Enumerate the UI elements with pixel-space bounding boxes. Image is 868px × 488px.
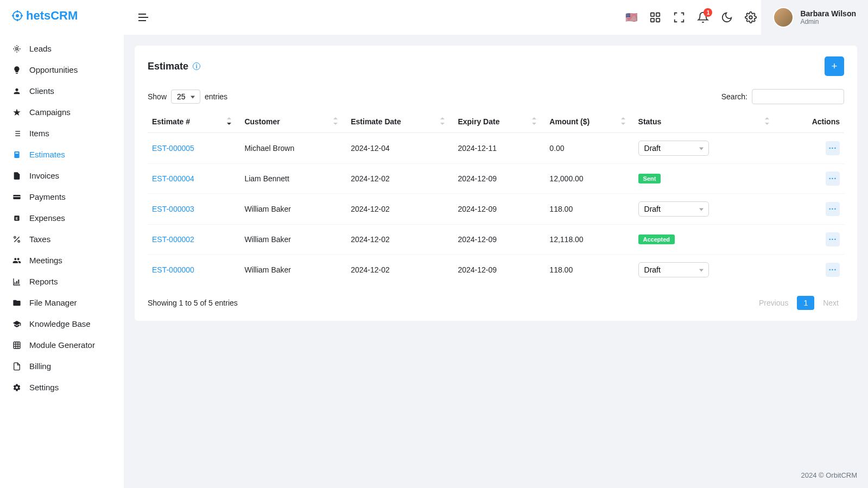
sidebar-item-meetings[interactable]: Meetings bbox=[0, 250, 124, 271]
nav-label: Meetings bbox=[29, 256, 62, 265]
nav-icon: E bbox=[12, 214, 22, 223]
nav-label: Campaigns bbox=[29, 107, 71, 117]
svg-rect-23 bbox=[651, 13, 654, 16]
cell-customer: William Baker bbox=[240, 194, 346, 225]
svg-point-2 bbox=[16, 48, 18, 50]
cell-date: 2024-12-02 bbox=[346, 164, 453, 194]
pagination-page-1[interactable]: 1 bbox=[797, 296, 814, 310]
cell-amount: 118.00 bbox=[545, 194, 633, 225]
svg-point-16 bbox=[14, 236, 16, 238]
user-menu[interactable]: Barbara Wilson Admin bbox=[761, 0, 868, 35]
nav-icon bbox=[12, 87, 22, 96]
cell-date: 2024-12-02 bbox=[346, 255, 453, 286]
notifications-bell-icon[interactable]: 1 bbox=[697, 11, 709, 23]
notification-badge: 1 bbox=[704, 8, 712, 17]
col-customer[interactable]: Customer bbox=[240, 111, 346, 133]
nav-icon bbox=[12, 256, 22, 265]
sidebar-item-taxes[interactable]: Taxes bbox=[0, 229, 124, 250]
row-actions-button[interactable]: ··· bbox=[826, 172, 840, 186]
col-amount[interactable]: Amount ($) bbox=[545, 111, 633, 133]
sidebar-item-clients[interactable]: Clients bbox=[0, 80, 124, 102]
nav-label: Taxes bbox=[29, 235, 50, 244]
row-actions-button[interactable]: ··· bbox=[826, 232, 840, 246]
nav-label: Module Generator bbox=[29, 340, 95, 350]
info-icon[interactable]: i bbox=[193, 62, 200, 70]
col-estimate-date[interactable]: Estimate Date bbox=[346, 111, 453, 133]
cell-expiry: 2024-12-09 bbox=[453, 255, 545, 286]
brand-logo[interactable]: hetsCRM bbox=[0, 0, 124, 34]
sidebar-item-invoices[interactable]: Invoices bbox=[0, 165, 124, 186]
settings-gear-icon[interactable] bbox=[745, 11, 757, 23]
cell-amount: 12,000.00 bbox=[545, 164, 633, 194]
svg-rect-26 bbox=[656, 18, 660, 22]
sidebar-item-leads[interactable]: Leads bbox=[0, 38, 124, 59]
nav-icon bbox=[12, 320, 22, 328]
sidebar-item-payments[interactable]: Payments bbox=[0, 186, 124, 207]
dark-mode-icon[interactable] bbox=[721, 11, 733, 23]
status-select[interactable]: Draft bbox=[638, 141, 709, 156]
nav-icon bbox=[12, 172, 22, 180]
col-expiry-date[interactable]: Expiry Date bbox=[453, 111, 545, 133]
row-actions-button[interactable]: ··· bbox=[826, 263, 840, 277]
sidebar-item-module-generator[interactable]: Module Generator bbox=[0, 334, 124, 356]
svg-rect-18 bbox=[14, 342, 20, 348]
sidebar-item-items[interactable]: Items bbox=[0, 123, 124, 144]
menu-toggle-icon[interactable] bbox=[137, 11, 150, 24]
cell-date: 2024-12-04 bbox=[346, 133, 453, 164]
pagination-previous[interactable]: Previous bbox=[753, 296, 794, 310]
sidebar-item-expenses[interactable]: EExpenses bbox=[0, 207, 124, 229]
sidebar-item-opportunities[interactable]: Opportunities bbox=[0, 59, 124, 80]
svg-rect-10 bbox=[15, 153, 18, 154]
estimate-link[interactable]: EST-000000 bbox=[152, 265, 194, 274]
cell-customer: William Baker bbox=[240, 225, 346, 255]
nav-label: Payments bbox=[29, 192, 66, 201]
nav-label: File Manager bbox=[29, 298, 77, 307]
nav-icon bbox=[12, 150, 22, 159]
estimate-link[interactable]: EST-000004 bbox=[152, 174, 194, 183]
status-select[interactable]: Draft bbox=[638, 262, 709, 277]
estimate-link[interactable]: EST-000005 bbox=[152, 144, 194, 153]
col-estimate-no[interactable]: Estimate # bbox=[148, 111, 240, 133]
sidebar-nav: LeadsOpportunitiesClientsCampaignsItemsE… bbox=[0, 34, 124, 488]
svg-line-15 bbox=[14, 237, 19, 242]
row-actions-button[interactable]: ··· bbox=[826, 141, 840, 155]
status-badge: Sent bbox=[638, 174, 661, 183]
page-footer: 2024 © OrbitCRM bbox=[124, 467, 868, 488]
table-row: EST-000005Michael Brown2024-12-042024-12… bbox=[148, 133, 844, 164]
nav-label: Settings bbox=[29, 383, 59, 392]
sidebar-item-estimates[interactable]: Estimates bbox=[0, 144, 124, 165]
status-badge: Accepted bbox=[638, 235, 675, 244]
row-actions-button[interactable]: ··· bbox=[826, 202, 840, 216]
nav-label: Reports bbox=[29, 277, 58, 286]
cell-customer: William Baker bbox=[240, 255, 346, 286]
cell-expiry: 2024-12-09 bbox=[453, 164, 545, 194]
sidebar-item-campaigns[interactable]: Campaigns bbox=[0, 102, 124, 123]
language-flag-icon[interactable]: 🇺🇸 bbox=[625, 11, 637, 23]
sidebar-item-settings[interactable]: Settings bbox=[0, 377, 124, 398]
table-row: EST-000000William Baker2024-12-022024-12… bbox=[148, 255, 844, 286]
sidebar-item-knowledge-base[interactable]: Knowledge Base bbox=[0, 313, 124, 334]
entries-select[interactable]: 25 bbox=[171, 90, 200, 104]
show-label: Show bbox=[148, 92, 167, 101]
apps-grid-icon[interactable] bbox=[649, 11, 661, 23]
estimate-link[interactable]: EST-000002 bbox=[152, 235, 194, 244]
nav-icon bbox=[12, 193, 22, 201]
sidebar-item-file-manager[interactable]: File Manager bbox=[0, 292, 124, 313]
pagination-next[interactable]: Next bbox=[818, 296, 844, 310]
sidebar: hetsCRM LeadsOpportunitiesClientsCampaig… bbox=[0, 0, 124, 488]
cell-amount: 12,118.00 bbox=[545, 225, 633, 255]
sidebar-item-billing[interactable]: Billing bbox=[0, 356, 124, 377]
topbar: 🇺🇸 1 Barbara Wilson Admin bbox=[124, 0, 868, 35]
cell-expiry: 2024-12-09 bbox=[453, 194, 545, 225]
svg-rect-12 bbox=[13, 196, 20, 197]
sidebar-item-reports[interactable]: Reports bbox=[0, 271, 124, 292]
estimate-link[interactable]: EST-000003 bbox=[152, 205, 194, 213]
status-select[interactable]: Draft bbox=[638, 201, 709, 217]
add-estimate-button[interactable]: + bbox=[825, 56, 844, 76]
search-input[interactable] bbox=[752, 89, 844, 104]
cell-date: 2024-12-02 bbox=[346, 225, 453, 255]
col-status[interactable]: Status bbox=[634, 111, 778, 133]
cell-customer: Michael Brown bbox=[240, 133, 346, 164]
fullscreen-icon[interactable] bbox=[673, 11, 685, 23]
logo-icon bbox=[11, 9, 24, 22]
